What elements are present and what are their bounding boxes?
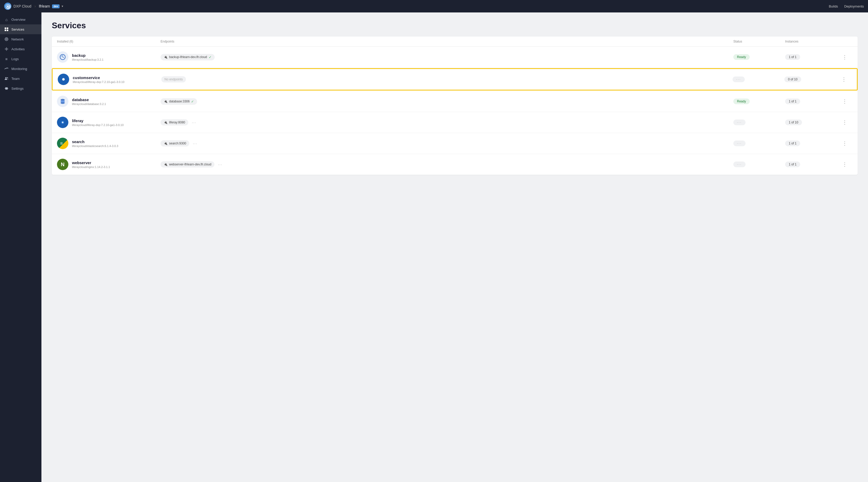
more-button-backup[interactable]: ⋮ (837, 54, 852, 60)
sidebar-label-overview: Overview (11, 18, 25, 22)
monitoring-icon (4, 66, 9, 71)
page-title: Services (52, 21, 858, 30)
sidebar-label-activities: Activities (11, 47, 25, 51)
status-badge-webserver: ··· (733, 162, 746, 167)
endpoint-badge-backup: 🔌 backup-lfrlearn-dev.lfr.cloud ✓ (160, 54, 215, 60)
endpoint-more-webserver: ··· (218, 163, 222, 167)
service-name-group-webserver: webserver liferaycloud/nginx:1.14.2-3.1.… (72, 161, 110, 169)
instances-badge-search: 1 of 1 (785, 141, 800, 146)
sidebar: ⌂ Overview Services Network Activities ≡… (0, 12, 41, 482)
sidebar-item-services[interactable]: Services (0, 24, 41, 34)
endpoint-backup: 🔌 backup-lfrlearn-dev.lfr.cloud ✓ (160, 54, 733, 60)
table-row[interactable]: liferay liferaycloud/liferay-dxp:7.2.10-… (52, 112, 858, 133)
main-content: Services Installed (6) Endpoints Status … (41, 12, 868, 482)
services-table: Installed (6) Endpoints Status Instances (52, 36, 858, 175)
svg-point-15 (61, 102, 65, 104)
svg-rect-2 (5, 27, 6, 29)
service-name-group-backup: backup liferaycloud/backup:3.2.1 (72, 53, 103, 61)
status-badge-liferay: ··· (733, 119, 746, 125)
service-name-liferay: liferay (72, 118, 124, 123)
table-row[interactable]: N webserver liferaycloud/nginx:1.14.2-3.… (52, 154, 858, 175)
service-image-search: liferaycloud/elasticsearch:6.1.4-3.0.3 (72, 144, 118, 147)
svg-rect-5 (7, 30, 8, 31)
endpoint-text-liferay: liferay:8080 (169, 120, 185, 124)
endpoint-more-liferay: ··· (192, 120, 196, 124)
status-badge-customservice: ··· (733, 77, 745, 82)
builds-link[interactable]: Builds (829, 4, 838, 8)
service-image-database: liferaycloud/database:3.2.1 (72, 103, 106, 106)
overview-icon: ⌂ (4, 17, 9, 22)
endpoint-text-database: database:3306 (169, 100, 190, 103)
more-button-liferay[interactable]: ⋮ (837, 119, 852, 125)
service-info-search: ≡ search liferaycloud/elasticsearch:6.1.… (57, 138, 160, 149)
service-info-webserver: N webserver liferaycloud/nginx:1.14.2-3.… (57, 159, 160, 170)
sidebar-item-activities[interactable]: Activities (0, 44, 41, 54)
env-badge[interactable]: dev (52, 4, 60, 8)
sidebar-item-logs[interactable]: ≡ Logs (0, 54, 41, 64)
service-info-database: database liferaycloud/database:3.2.1 (57, 96, 160, 107)
instances-badge-database: 1 of 1 (785, 98, 800, 104)
status-customservice: ··· (733, 77, 784, 82)
more-button-search[interactable]: ⋮ (837, 140, 852, 146)
sidebar-item-monitoring[interactable]: Monitoring (0, 64, 41, 74)
avatar-search: ≡ (57, 138, 68, 149)
svg-point-1 (7, 5, 8, 7)
more-button-webserver[interactable]: ⋮ (837, 161, 852, 168)
activities-icon (4, 47, 9, 51)
more-button-customservice[interactable]: ⋮ (836, 76, 852, 82)
status-backup: Ready (733, 54, 785, 60)
plug-icon-search: 🔌 (164, 142, 167, 145)
endpoint-text-backup: backup-lfrlearn-dev.lfr.cloud (169, 55, 207, 59)
status-liferay: ··· (733, 119, 785, 125)
topnav-left: DXP Cloud › lfrlearn dev ▾ (4, 3, 829, 10)
sidebar-label-team: Team (11, 77, 20, 81)
sidebar-item-team[interactable]: Team (0, 74, 41, 84)
project-label[interactable]: lfrlearn (39, 4, 50, 8)
plug-icon-backup: 🔌 (164, 55, 167, 59)
network-icon (4, 37, 9, 41)
svg-point-9 (7, 77, 8, 78)
instances-backup: 1 of 1 (785, 54, 837, 60)
table-row[interactable]: customservice liferaycloud/liferay-dxp:7… (52, 68, 858, 90)
endpoint-text-webserver: webserver-lfrlearn-dev.lfr.cloud (169, 163, 211, 166)
status-search: ··· (733, 141, 785, 146)
avatar-customservice (58, 74, 69, 85)
instances-badge-customservice: 0 of 10 (784, 77, 801, 82)
table-row[interactable]: ≡ search liferaycloud/elasticsearch:6.1.… (52, 133, 858, 154)
endpoint-badge-database: 🔌 database:3306 ✓ (160, 98, 197, 105)
sidebar-item-settings[interactable]: Settings (0, 84, 41, 93)
logo (4, 3, 11, 10)
sidebar-item-overview[interactable]: ⌂ Overview (0, 15, 41, 24)
sidebar-label-monitoring: Monitoring (11, 67, 27, 71)
endpoint-badge-webserver: 🔌 webserver-lfrlearn-dev.lfr.cloud (160, 161, 214, 168)
more-button-database[interactable]: ⋮ (837, 98, 852, 105)
svg-point-8 (5, 77, 7, 79)
endpoint-check-database: ✓ (191, 100, 194, 104)
svg-point-16 (61, 101, 65, 103)
avatar-backup (57, 51, 68, 63)
col-actions (837, 40, 852, 43)
status-badge-search: ··· (733, 141, 746, 146)
col-instances: Instances (785, 40, 837, 43)
service-name-group-liferay: liferay liferaycloud/liferay-dxp:7.2.10-… (72, 118, 124, 126)
instances-badge-liferay: 1 of 10 (785, 119, 802, 125)
sidebar-item-network[interactable]: Network (0, 34, 41, 44)
service-name-backup: backup (72, 53, 103, 58)
avatar-liferay (57, 117, 68, 128)
plug-icon-liferay: 🔌 (164, 120, 167, 124)
svg-rect-4 (5, 30, 6, 31)
deployments-link[interactable]: Deployments (844, 4, 864, 8)
service-name-database: database (72, 97, 106, 102)
endpoint-liferay: 🔌 liferay:8080 ··· (160, 119, 733, 125)
service-name-group-database: database liferaycloud/database:3.2.1 (72, 97, 106, 106)
logs-icon: ≡ (4, 57, 9, 61)
table-row[interactable]: backup liferaycloud/backup:3.2.1 🔌 backu… (52, 47, 858, 68)
endpoint-more-search: ··· (193, 142, 197, 145)
status-database: Ready (733, 98, 785, 104)
col-status: Status (733, 40, 785, 43)
table-row[interactable]: database liferaycloud/database:3.2.1 🔌 d… (52, 91, 858, 112)
env-dropdown-chevron[interactable]: ▾ (62, 4, 63, 8)
endpoint-search: 🔌 search:9300 ··· (160, 140, 733, 146)
service-info-liferay: liferay liferaycloud/liferay-dxp:7.2.10-… (57, 117, 160, 128)
service-info-customservice: customservice liferaycloud/liferay-dxp:7… (58, 74, 161, 85)
